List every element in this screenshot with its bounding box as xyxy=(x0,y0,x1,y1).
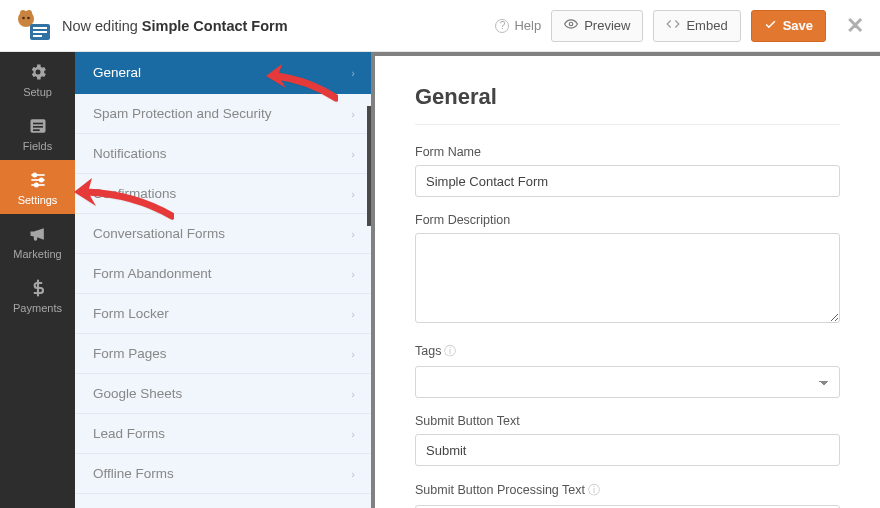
save-button[interactable]: Save xyxy=(751,10,826,42)
svg-point-1 xyxy=(20,10,26,16)
sidebar-item-settings[interactable]: Settings xyxy=(0,160,75,214)
form-icon xyxy=(28,116,48,136)
page-title: General xyxy=(415,84,840,110)
check-icon xyxy=(764,18,777,34)
close-button[interactable]: ✕ xyxy=(836,13,866,39)
settings-item-label: Form Pages xyxy=(93,346,167,361)
form-desc-textarea[interactable] xyxy=(415,233,840,323)
tags-select[interactable] xyxy=(415,366,840,398)
field-submit-processing-text: Submit Button Processing Textⓘ xyxy=(415,482,840,508)
preview-button[interactable]: Preview xyxy=(551,10,643,42)
settings-item-label: Offline Forms xyxy=(93,466,174,481)
chevron-right-icon: › xyxy=(351,428,355,440)
svg-rect-12 xyxy=(33,126,43,128)
tags-label: Tagsⓘ xyxy=(415,343,840,360)
settings-item-google-sheets[interactable]: Google Sheets › xyxy=(75,374,371,414)
sidebar-item-payments[interactable]: Payments xyxy=(0,268,75,322)
chevron-right-icon: › xyxy=(351,348,355,360)
settings-item-label: Form Abandonment xyxy=(93,266,212,281)
sidebar-item-label: Fields xyxy=(23,140,52,152)
svg-point-19 xyxy=(34,183,37,186)
field-form-name: Form Name xyxy=(415,145,840,197)
sidebar-item-label: Setup xyxy=(23,86,52,98)
dollar-icon xyxy=(28,278,48,298)
svg-point-17 xyxy=(33,173,36,176)
save-label: Save xyxy=(783,18,813,33)
settings-item-spam[interactable]: Spam Protection and Security › xyxy=(75,94,371,134)
sidebar-item-marketing[interactable]: Marketing xyxy=(0,214,75,268)
sidebar-item-label: Payments xyxy=(13,302,62,314)
svg-point-18 xyxy=(39,178,42,181)
editing-form-name: Simple Contact Form xyxy=(142,18,288,34)
chevron-right-icon: › xyxy=(351,108,355,120)
svg-rect-7 xyxy=(33,31,47,33)
svg-rect-11 xyxy=(33,123,43,125)
settings-item-label: Google Sheets xyxy=(93,386,182,401)
svg-point-4 xyxy=(27,16,30,19)
chevron-right-icon: › xyxy=(351,228,355,240)
help-link[interactable]: ? Help xyxy=(495,18,541,33)
svg-point-3 xyxy=(22,16,25,19)
close-icon: ✕ xyxy=(846,13,864,38)
form-desc-label: Form Description xyxy=(415,213,840,227)
settings-item-general[interactable]: General › xyxy=(75,52,371,94)
preview-label: Preview xyxy=(584,18,630,33)
svg-rect-6 xyxy=(33,27,47,29)
settings-item-label: Lead Forms xyxy=(93,426,165,441)
settings-panel-list: General › Spam Protection and Security ›… xyxy=(75,52,375,508)
settings-item-confirmations[interactable]: Confirmations › xyxy=(75,174,371,214)
form-name-label: Form Name xyxy=(415,145,840,159)
settings-item-abandonment[interactable]: Form Abandonment › xyxy=(75,254,371,294)
chevron-right-icon: › xyxy=(351,148,355,160)
divider xyxy=(415,124,840,125)
sliders-icon xyxy=(28,170,48,190)
chevron-right-icon: › xyxy=(351,388,355,400)
settings-item-conversational[interactable]: Conversational Forms › xyxy=(75,214,371,254)
submit-btn-label: Submit Button Text xyxy=(415,414,840,428)
wpforms-logo xyxy=(12,8,52,44)
bullhorn-icon xyxy=(28,224,48,244)
embed-button[interactable]: Embed xyxy=(653,10,740,42)
sidebar-item-setup[interactable]: Setup xyxy=(0,52,75,106)
settings-item-label: Confirmations xyxy=(93,186,176,201)
chevron-right-icon: › xyxy=(351,188,355,200)
help-label: Help xyxy=(514,18,541,33)
help-icon: ⓘ xyxy=(444,343,456,360)
svg-point-2 xyxy=(26,10,32,16)
field-form-description: Form Description xyxy=(415,213,840,327)
editing-prefix: Now editing xyxy=(62,18,142,34)
sidebar-item-label: Marketing xyxy=(13,248,61,260)
gear-icon xyxy=(28,62,48,82)
settings-item-label: Form Locker xyxy=(93,306,169,321)
eye-icon xyxy=(564,17,578,34)
settings-item-label: Spam Protection and Security xyxy=(93,106,272,121)
chevron-right-icon: › xyxy=(351,268,355,280)
svg-rect-13 xyxy=(33,129,40,131)
help-icon: ⓘ xyxy=(588,482,600,499)
settings-item-label: General xyxy=(93,65,141,80)
settings-item-form-locker[interactable]: Form Locker › xyxy=(75,294,371,334)
svg-rect-8 xyxy=(33,35,42,37)
field-submit-button-text: Submit Button Text xyxy=(415,414,840,466)
submit-btn-input[interactable] xyxy=(415,434,840,466)
settings-item-form-pages[interactable]: Form Pages › xyxy=(75,334,371,374)
sidebar-item-label: Settings xyxy=(18,194,58,206)
chevron-right-icon: › xyxy=(351,468,355,480)
settings-item-lead-forms[interactable]: Lead Forms › xyxy=(75,414,371,454)
main-panel: General Form Name Form Description Tagsⓘ… xyxy=(375,52,880,508)
settings-item-notifications[interactable]: Notifications › xyxy=(75,134,371,174)
chevron-right-icon: › xyxy=(351,308,355,320)
body: Setup Fields Settings Marketing Payments xyxy=(0,52,880,508)
field-tags: Tagsⓘ xyxy=(415,343,840,398)
sidebar-item-fields[interactable]: Fields xyxy=(0,106,75,160)
svg-point-9 xyxy=(569,22,573,26)
topbar: Now editing Simple Contact Form ? Help P… xyxy=(0,0,880,52)
help-icon: ? xyxy=(495,19,509,33)
embed-label: Embed xyxy=(686,18,727,33)
settings-item-offline-forms[interactable]: Offline Forms › xyxy=(75,454,371,494)
form-name-input[interactable] xyxy=(415,165,840,197)
settings-item-label: Conversational Forms xyxy=(93,226,225,241)
editing-title: Now editing Simple Contact Form xyxy=(62,18,288,34)
chevron-right-icon: › xyxy=(351,67,355,79)
submit-proc-label: Submit Button Processing Textⓘ xyxy=(415,482,840,499)
